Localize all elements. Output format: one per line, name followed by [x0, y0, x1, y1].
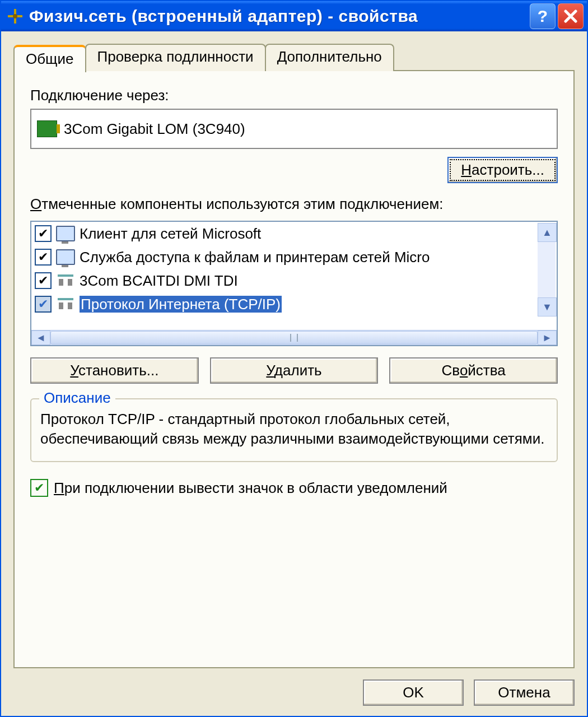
- configure-button[interactable]: Настроить...: [447, 157, 558, 183]
- scroll-up-button[interactable]: ▲: [538, 223, 557, 242]
- notify-label: При подключении вывести значок в области…: [54, 479, 447, 497]
- tab-authentication[interactable]: Проверка подлинности: [85, 44, 266, 71]
- client-icon: [56, 248, 75, 267]
- notify-checkbox[interactable]: [30, 479, 48, 497]
- install-button[interactable]: Установить...: [30, 357, 199, 384]
- component-checkbox[interactable]: [35, 225, 52, 242]
- tab-advanced[interactable]: Дополнительно: [265, 44, 394, 71]
- vertical-scrollbar[interactable]: ▲ ▼: [538, 223, 556, 316]
- component-checkbox[interactable]: [35, 249, 52, 266]
- tab-general[interactable]: Общие: [13, 45, 86, 72]
- scroll-right-button[interactable]: ►: [538, 330, 557, 345]
- tab-panel-general: Подключение через: 3Com Gigabit LOM (3C9…: [13, 70, 575, 668]
- protocol-icon: [56, 271, 75, 290]
- cancel-button[interactable]: Отмена: [474, 679, 575, 706]
- component-label: Служба доступа к файлам и принтерам сете…: [80, 249, 553, 266]
- properties-dialog: Физич.сеть (встроенный адаптер) - свойст…: [0, 0, 588, 717]
- components-label: Отмеченные компоненты используются этим …: [30, 195, 558, 213]
- adapter-display: 3Com Gigabit LOM (3C940): [30, 109, 558, 149]
- remove-button[interactable]: Удалить: [210, 357, 379, 384]
- component-checkbox[interactable]: [35, 296, 52, 313]
- client-icon: [56, 224, 75, 243]
- window-title: Физич.сеть (встроенный адаптер) - свойст…: [29, 7, 530, 26]
- close-button[interactable]: [558, 3, 584, 29]
- description-legend: Описание: [39, 389, 115, 407]
- help-button[interactable]: ?: [530, 3, 556, 29]
- component-checkbox[interactable]: [35, 272, 52, 289]
- description-group: Описание Протокол TCP/IP - стандартный п…: [30, 398, 558, 462]
- horizontal-scrollbar[interactable]: ◄ ►: [31, 330, 557, 345]
- nic-icon: [37, 120, 57, 137]
- description-text: Протокол TCP/IP - стандартный протокол г…: [40, 409, 548, 449]
- components-list[interactable]: Клиент для сетей MicrosoftСлужба доступа…: [30, 221, 558, 346]
- connect-through-label: Подключение через:: [30, 87, 558, 104]
- svg-point-2: [13, 14, 17, 18]
- adapter-name: 3Com Gigabit LOM (3C940): [64, 120, 245, 138]
- notify-checkbox-row[interactable]: При подключении вывести значок в области…: [30, 479, 558, 497]
- tab-strip: Общие Проверка подлинности Дополнительно: [13, 44, 575, 71]
- component-label: 3Com BCAITDI DMI TDI: [80, 272, 553, 290]
- properties-button[interactable]: Свойства: [389, 357, 558, 384]
- network-adapter-icon: [6, 7, 25, 26]
- scroll-down-button[interactable]: ▼: [538, 297, 557, 316]
- list-item[interactable]: 3Com BCAITDI DMI TDI: [31, 269, 557, 292]
- titlebar[interactable]: Физич.сеть (встроенный адаптер) - свойст…: [1, 1, 587, 31]
- protocol-icon: [56, 295, 75, 314]
- ok-button[interactable]: OK: [363, 679, 464, 706]
- hscroll-thumb[interactable]: [50, 331, 538, 344]
- component-label: Протокол Интернета (TCP/IP): [80, 296, 553, 313]
- component-label: Клиент для сетей Microsoft: [80, 225, 553, 243]
- list-item[interactable]: Протокол Интернета (TCP/IP): [31, 292, 557, 316]
- dialog-footer: OK Отмена: [1, 669, 587, 716]
- list-item[interactable]: Клиент для сетей Microsoft: [31, 222, 557, 245]
- list-item[interactable]: Служба доступа к файлам и принтерам сете…: [31, 245, 557, 269]
- scroll-left-button[interactable]: ◄: [31, 330, 50, 345]
